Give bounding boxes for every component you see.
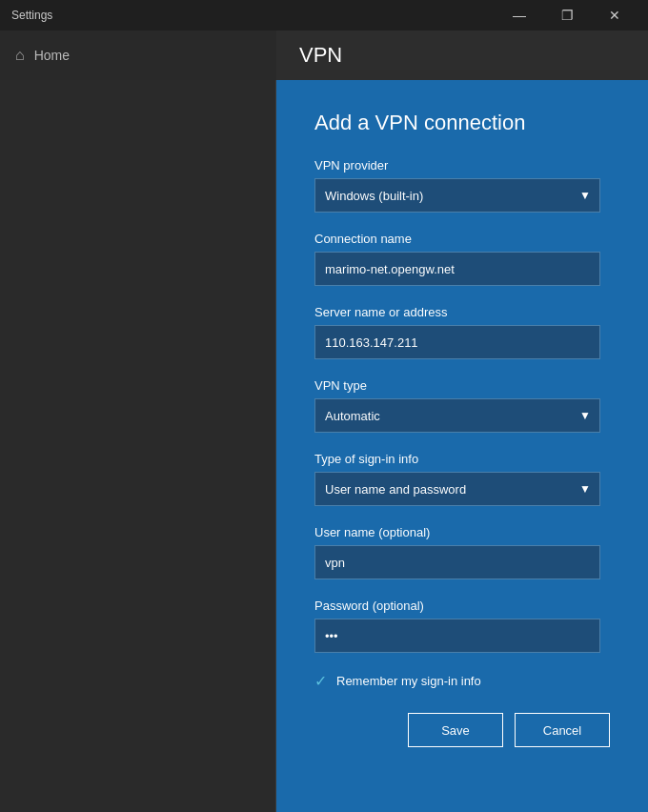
vpn-type-label: VPN type <box>314 378 610 393</box>
app-title: Settings <box>11 9 52 22</box>
home-label[interactable]: Home <box>34 48 70 63</box>
sidebar <box>0 80 276 812</box>
server-address-input[interactable] <box>314 325 600 359</box>
nav-title-area: VPN <box>276 43 648 68</box>
vpn-provider-select[interactable]: Windows (built-in) <box>314 178 600 213</box>
button-group: Save Cancel <box>314 713 610 747</box>
sign-in-type-label: Type of sign-in info <box>314 452 610 466</box>
vpn-type-select-wrapper: Automatic ▼ <box>314 398 600 433</box>
cancel-button[interactable]: Cancel <box>515 713 610 747</box>
titlebar: Settings — ❐ ✕ <box>0 0 648 30</box>
vpn-provider-select-wrapper: Windows (built-in) ▼ <box>314 178 600 213</box>
vpn-provider-label: VPN provider <box>314 158 610 173</box>
password-label: Password (optional) <box>314 599 610 613</box>
sign-in-type-group: Type of sign-in info User name and passw… <box>314 452 610 506</box>
username-group: User name (optional) <box>314 525 610 579</box>
remember-signin-group[interactable]: ✓ Remember my sign-in info <box>314 672 610 690</box>
remember-label: Remember my sign-in info <box>336 674 481 688</box>
close-button[interactable]: ✕ <box>593 0 637 30</box>
minimize-button[interactable]: — <box>497 0 541 30</box>
window-controls: — ❐ ✕ <box>497 0 637 30</box>
vpn-type-select[interactable]: Automatic <box>314 398 600 433</box>
page-title: VPN <box>299 43 342 68</box>
vpn-type-group: VPN type Automatic ▼ <box>314 378 610 433</box>
password-group: Password (optional) <box>314 599 610 653</box>
connection-name-input[interactable] <box>314 252 600 286</box>
navbar: ⌂ Home VPN <box>0 30 648 80</box>
connection-name-label: Connection name <box>314 232 610 246</box>
sign-in-type-select[interactable]: User name and password <box>314 472 600 506</box>
check-icon: ✓ <box>314 672 327 690</box>
server-address-label: Server name or address <box>314 305 610 319</box>
form-heading: Add a VPN connection <box>314 111 610 135</box>
home-icon: ⌂ <box>15 47 25 64</box>
username-input[interactable] <box>314 545 600 579</box>
sign-in-type-select-wrapper: User name and password ▼ <box>314 472 600 506</box>
connection-name-group: Connection name <box>314 232 610 286</box>
save-button[interactable]: Save <box>408 713 503 747</box>
nav-sidebar: ⌂ Home <box>0 30 276 80</box>
username-label: User name (optional) <box>314 525 610 539</box>
password-input[interactable] <box>314 619 600 653</box>
maximize-button[interactable]: ❐ <box>545 0 589 30</box>
content-area: Add a VPN connection VPN provider Window… <box>276 80 648 812</box>
server-address-group: Server name or address <box>314 305 610 359</box>
main-area: Add a VPN connection VPN provider Window… <box>0 80 648 812</box>
vpn-provider-group: VPN provider Windows (built-in) ▼ <box>314 158 610 213</box>
